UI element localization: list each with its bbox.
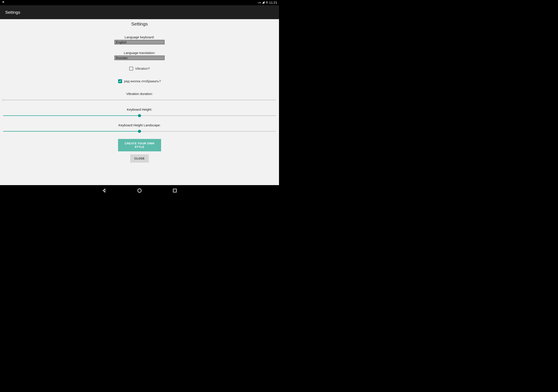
row-buttons-checkbox[interactable] xyxy=(118,79,122,83)
vibration-duration-slider[interactable] xyxy=(3,99,276,101)
vibration-checkbox[interactable] xyxy=(129,67,133,71)
page-title: Settings xyxy=(131,21,148,26)
svg-point-0 xyxy=(138,189,141,193)
vibration-duration-label: Vibration duration: xyxy=(126,92,153,96)
settings-content: Settings Language keyboard: English Lang… xyxy=(0,19,279,185)
keyboard-height-slider[interactable] xyxy=(3,115,276,117)
nav-bar xyxy=(0,185,279,196)
language-translation-spinner[interactable]: Russian xyxy=(114,56,165,60)
slider-thumb[interactable] xyxy=(138,130,141,133)
language-keyboard-spinner[interactable]: English xyxy=(114,40,165,44)
create-style-button[interactable]: CREATE YOUR OWN STYLE xyxy=(118,139,161,151)
language-keyboard-value: English xyxy=(116,40,127,44)
language-translation-label: Language translation: xyxy=(124,51,155,55)
app-bar-title: Settings xyxy=(5,10,20,15)
home-icon[interactable] xyxy=(137,188,142,193)
lte-indicator: LTE xyxy=(258,2,261,3)
clock: 11:21 xyxy=(269,1,277,5)
keyboard-height-label: Keyboard Height: xyxy=(127,108,152,111)
keyboard-height-landscape-slider[interactable] xyxy=(3,130,276,132)
row-buttons-label: ряд кнопок отображать? xyxy=(124,79,161,83)
language-keyboard-label: Language keyboard: xyxy=(125,35,155,39)
android-icon xyxy=(2,1,5,4)
battery-charging-icon xyxy=(265,1,268,5)
vibration-label: Vibration? xyxy=(135,67,150,71)
recent-apps-icon[interactable] xyxy=(172,188,177,193)
close-button[interactable]: CLOSE xyxy=(130,154,149,163)
app-bar: Settings xyxy=(0,5,279,19)
slider-thumb[interactable] xyxy=(138,114,141,117)
svg-rect-1 xyxy=(173,189,176,192)
language-translation-value: Russian xyxy=(116,56,128,60)
back-icon[interactable] xyxy=(102,188,107,193)
keyboard-height-landscape-label: Keyboard Height Landscape: xyxy=(118,123,160,127)
signal-icon xyxy=(262,1,265,5)
slider-thumb[interactable] xyxy=(2,99,4,101)
status-bar: LTE 11:21 xyxy=(0,0,279,5)
